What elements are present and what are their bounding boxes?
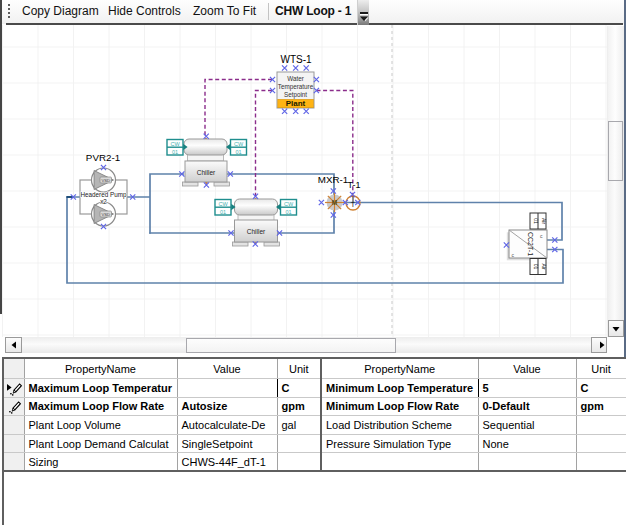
- svg-text:MXR-1: MXR-1: [318, 174, 348, 185]
- svg-text:x2: x2: [100, 198, 107, 205]
- svg-text:Water: Water: [287, 75, 304, 82]
- svg-text:T-1: T-1: [347, 180, 360, 190]
- svg-text:WTS-1: WTS-1: [280, 54, 312, 65]
- svg-text:01: 01: [235, 149, 241, 155]
- svg-text:Chiller: Chiller: [197, 169, 216, 176]
- svg-text:01: 01: [220, 209, 226, 215]
- svg-text:CW: CW: [284, 201, 294, 207]
- svg-text:Temperature: Temperature: [278, 83, 314, 91]
- svg-text:VSD: VSD: [101, 212, 110, 217]
- svg-text:Air: Air: [541, 218, 547, 224]
- svg-text:CC2T-1: CC2T-1: [527, 232, 534, 256]
- svg-text:01: 01: [533, 218, 539, 224]
- svg-text:CW: CW: [218, 201, 228, 207]
- svg-text:01: 01: [172, 149, 178, 155]
- svg-text:CW: CW: [170, 141, 180, 147]
- svg-text:Setpoint: Setpoint: [284, 91, 307, 99]
- svg-text:Air: Air: [541, 263, 547, 269]
- svg-text:M: M: [332, 199, 337, 206]
- svg-text:Plant: Plant: [286, 99, 306, 108]
- svg-text:CW: CW: [234, 141, 244, 147]
- svg-text:01: 01: [533, 264, 539, 270]
- svg-text:01: 01: [285, 209, 291, 215]
- svg-text:VSD: VSD: [101, 178, 110, 183]
- svg-text:PVR2-1: PVR2-1: [86, 152, 120, 163]
- svg-text:Chiller: Chiller: [247, 228, 266, 235]
